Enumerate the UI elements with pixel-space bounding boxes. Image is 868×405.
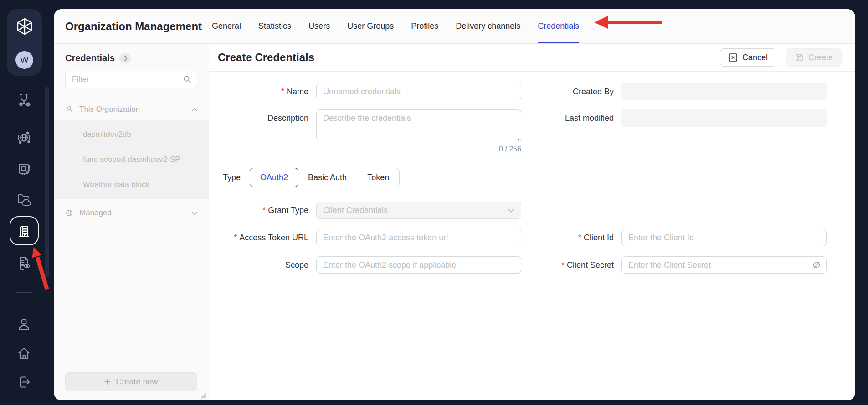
grant-type-label: *Grant Type: [209, 202, 316, 219]
required-marker: *: [262, 206, 266, 215]
rail-divider: [16, 292, 32, 293]
created-by-field: [621, 83, 827, 100]
person-icon[interactable]: [16, 317, 32, 333]
create-new-label: Create new: [116, 377, 158, 387]
logout-icon[interactable]: [16, 374, 32, 390]
type-option-basic-auth[interactable]: Basic Auth: [298, 168, 357, 187]
plus-icon: [104, 379, 111, 385]
tab-label: Users: [308, 21, 330, 31]
tab-label: General: [212, 21, 241, 31]
create-label: Create: [808, 53, 833, 62]
main-content: Create Credentials Cancel: [209, 44, 855, 400]
access-token-url-input[interactable]: [316, 229, 521, 246]
home-icon[interactable]: [16, 345, 32, 362]
client-id-input[interactable]: [621, 229, 827, 246]
cancel-label: Cancel: [742, 53, 768, 62]
user-avatar[interactable]: W: [15, 51, 33, 69]
tab-label: Statistics: [258, 21, 291, 31]
rail-scrollbar-thumb[interactable]: [45, 87, 49, 277]
create-credentials-form: *Name Created By Description 0 / 256 Las…: [209, 72, 855, 274]
client-secret-label: *Client Secret: [521, 256, 621, 274]
grant-type-select[interactable]: Client Credentials: [316, 202, 521, 219]
required-marker: *: [578, 233, 581, 242]
chip-icon[interactable]: [16, 161, 32, 177]
tab-label: User Groups: [347, 21, 394, 31]
last-modified-label: Last modified: [521, 109, 621, 127]
top-bar: Organization Management General Statisti…: [54, 9, 855, 44]
credentials-list: dasmltdev2db func-scoped-dasmltdev2-SP W…: [54, 120, 209, 199]
app-logo-cube-icon[interactable]: [15, 17, 34, 36]
name-input[interactable]: [316, 83, 521, 100]
folder-cloud-icon[interactable]: [16, 192, 32, 208]
tab-general[interactable]: General: [212, 9, 241, 43]
tab-users[interactable]: Users: [308, 9, 330, 43]
content-header: Create Credentials Cancel: [209, 44, 855, 72]
screen: W: [0, 0, 868, 405]
cancel-button[interactable]: Cancel: [720, 48, 776, 67]
window-title: Organization Management: [65, 20, 202, 33]
tab-user-groups[interactable]: User Groups: [347, 9, 394, 43]
scope-label: Scope: [209, 256, 316, 274]
description-textarea[interactable]: [316, 109, 521, 141]
client-secret-input[interactable]: [621, 256, 827, 274]
app-window: Organization Management General Statisti…: [54, 9, 855, 400]
document-eye-icon[interactable]: [16, 255, 32, 271]
active-tab-underline: [538, 42, 579, 43]
tab-label: Credentials: [538, 21, 579, 31]
scope-input[interactable]: [316, 256, 521, 274]
credential-name: dasmltdev2db: [83, 130, 131, 139]
eye-invisible-icon[interactable]: [812, 260, 821, 270]
sidebar-resize-grip[interactable]: [200, 393, 206, 399]
select-chevron-down-icon: [508, 208, 514, 213]
access-token-url-label: *Access Token URL: [209, 229, 316, 246]
app-rail: W: [0, 0, 54, 405]
page-title: Create Credentials: [218, 51, 314, 64]
char-counter: 0 / 256: [316, 145, 521, 153]
tab-bar: General Statistics Users User Groups Pro…: [212, 9, 579, 43]
tab-credentials-active[interactable]: Credentials: [538, 9, 579, 43]
globe-small-icon: [65, 209, 73, 217]
section-managed[interactable]: Managed: [65, 202, 197, 223]
app-rail-card: W: [7, 9, 42, 76]
search-icon[interactable]: [183, 75, 191, 83]
close-square-icon: [729, 53, 738, 62]
tab-label: Delivery channels: [456, 21, 520, 31]
type-segmented-control: OAuth2 Basic Auth Token: [250, 168, 400, 187]
type-option-oauth2-selected[interactable]: OAuth2: [250, 168, 298, 187]
building-icon-active[interactable]: [10, 216, 39, 245]
create-button-disabled[interactable]: Create: [786, 48, 842, 67]
type-option-token[interactable]: Token: [357, 168, 399, 187]
required-marker: *: [234, 233, 237, 242]
sidebar-title: Credentials: [65, 53, 115, 63]
filter-input[interactable]: [71, 74, 183, 84]
credential-name: Weather data block: [83, 180, 149, 189]
tab-profiles[interactable]: Profiles: [411, 9, 438, 43]
credential-name: func-scoped-dasmltdev2-SP: [83, 155, 180, 164]
filter-box: [65, 71, 197, 88]
grant-type-value: Client Credentials: [323, 206, 388, 215]
stethoscope-icon[interactable]: [16, 92, 32, 109]
create-new-button[interactable]: Create new: [65, 372, 197, 391]
credential-item[interactable]: func-scoped-dasmltdev2-SP: [54, 147, 209, 172]
credentials-sidebar: Credentials 3: [54, 44, 209, 400]
type-label: Type: [223, 173, 241, 182]
chevron-up-icon: [192, 108, 197, 112]
tab-label: Profiles: [411, 21, 438, 31]
last-modified-field: [621, 109, 827, 127]
created-by-label: Created By: [521, 83, 621, 100]
section-label: This Organization: [79, 105, 140, 114]
name-label: *Name: [209, 83, 316, 100]
globe-network-icon[interactable]: [16, 130, 32, 146]
section-label: Managed: [79, 208, 112, 218]
chevron-down-icon: [192, 211, 197, 215]
credentials-count-badge: 3: [119, 53, 131, 63]
tab-statistics[interactable]: Statistics: [258, 9, 291, 43]
section-this-organization[interactable]: This Organization: [65, 99, 197, 120]
required-marker: *: [281, 87, 284, 96]
credential-item[interactable]: dasmltdev2db: [54, 122, 209, 147]
tab-delivery-channels[interactable]: Delivery channels: [456, 9, 520, 43]
required-marker: *: [561, 260, 565, 270]
client-id-label: *Client Id: [521, 229, 621, 246]
credential-item[interactable]: Weather data block: [54, 172, 209, 197]
description-label: Description: [209, 109, 316, 127]
